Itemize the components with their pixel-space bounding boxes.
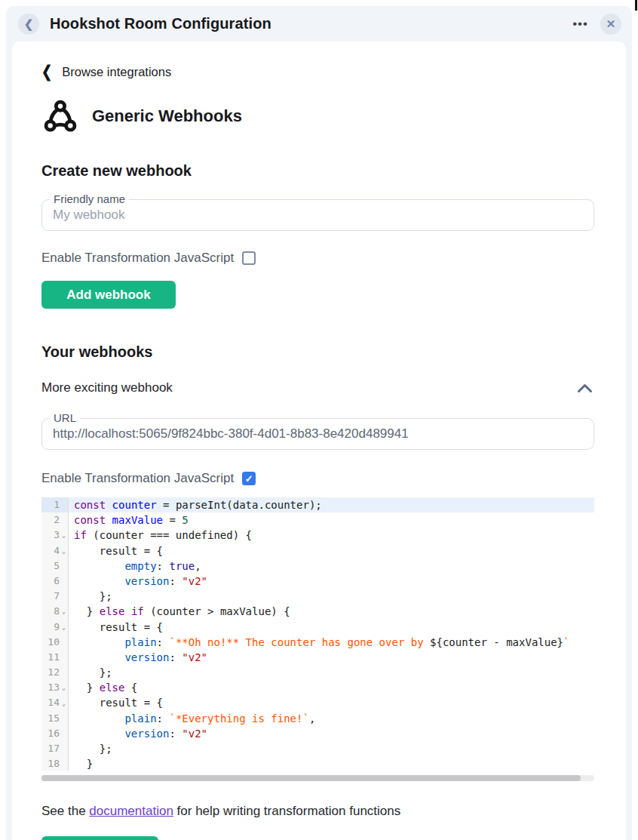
code-line[interactable]: 10 plain: `**Oh no!** The counter has go… — [41, 635, 594, 650]
webhook-name: More exciting webhook — [41, 380, 173, 395]
add-webhook-button[interactable]: Add webhook — [41, 281, 176, 309]
integration-header: Generic Webhooks — [41, 97, 594, 135]
transform-checkbox-checked[interactable]: ✓ — [242, 472, 256, 485]
line-number: 1 — [54, 497, 60, 512]
line-number-gutter: 5 — [41, 558, 69, 574]
code-line[interactable]: 3⌄if (counter === undefined) { — [41, 528, 594, 543]
fold-arrow-icon[interactable]: ⌄ — [60, 543, 68, 558]
line-number-gutter: 8⌄ — [41, 604, 69, 619]
line-number-gutter: 2 — [41, 512, 69, 528]
transform-label: Enable Transformation JavaScript — [41, 251, 234, 266]
line-number-gutter: 1 — [41, 497, 69, 512]
line-number-gutter: 14⌄ — [41, 695, 69, 710]
code-line-text: const counter = parseInt(data.counter); — [69, 497, 594, 512]
code-line[interactable]: 15 plain: `*Everything is fine!`, — [41, 711, 594, 726]
dialog-title: Hookshot Room Configuration — [50, 15, 571, 32]
footer-buttons: Save Remove webhook — [41, 836, 594, 840]
line-number: 7 — [54, 589, 60, 604]
code-editor[interactable]: 1const counter = parseInt(data.counter);… — [41, 497, 594, 771]
fold-arrow-icon[interactable]: ⌄ — [60, 620, 68, 635]
code-line[interactable]: 6 version: "v2" — [41, 574, 594, 589]
line-number-gutter: 17 — [41, 741, 69, 756]
code-line-text: empty: true, — [69, 558, 594, 574]
code-line[interactable]: 5 empty: true, — [41, 558, 594, 574]
chevron-left-icon: ❮ — [41, 62, 52, 82]
friendly-name-input[interactable] — [42, 208, 594, 223]
code-line-text: }; — [69, 665, 594, 680]
line-number-gutter: 4⌄ — [41, 543, 69, 558]
code-line-text: version: "v2" — [69, 574, 594, 589]
your-webhooks-heading: Your webhooks — [41, 343, 594, 361]
code-line[interactable]: 9⌄ result = { — [41, 620, 594, 635]
documentation-link[interactable]: documentation — [89, 804, 173, 818]
code-line[interactable]: 12 }; — [41, 665, 594, 680]
line-number: 11 — [48, 650, 60, 665]
dialog-header: ❮ Hookshot Room Configuration ••• ✕ — [6, 6, 632, 42]
close-button[interactable]: ✕ — [600, 14, 621, 35]
line-number: 14 — [48, 695, 60, 710]
code-line-text: result = { — [69, 543, 594, 558]
line-number: 5 — [54, 558, 60, 574]
line-number: 12 — [48, 665, 60, 680]
code-line[interactable]: 2const maxValue = 5 — [41, 512, 594, 528]
help-prefix: See the — [41, 804, 89, 818]
code-line[interactable]: 11 version: "v2" — [41, 650, 594, 665]
line-number-gutter: 12 — [41, 665, 69, 680]
horizontal-scrollbar[interactable] — [41, 775, 594, 781]
scrollbar-thumb[interactable] — [41, 775, 581, 781]
line-number: 4 — [54, 543, 60, 558]
code-line[interactable]: 4⌄ result = { — [41, 543, 594, 558]
save-button[interactable]: Save — [41, 836, 158, 840]
line-number-gutter: 10 — [41, 635, 69, 650]
code-line[interactable]: 1const counter = parseInt(data.counter); — [41, 497, 594, 512]
line-number-gutter: 18 — [41, 756, 69, 771]
ellipsis-icon: ••• — [572, 17, 588, 31]
line-number: 8 — [54, 604, 60, 619]
code-line-text: version: "v2" — [69, 650, 594, 665]
overflow-menu-button[interactable]: ••• — [571, 17, 590, 31]
url-label: URL — [50, 411, 80, 424]
content-card: ❮ Browse integrations Generic Webhooks C… — [12, 42, 626, 840]
back-button[interactable]: ❮ — [18, 14, 39, 35]
code-line[interactable]: 14⌄ result = { — [41, 695, 594, 710]
line-number-gutter: 15 — [41, 711, 69, 726]
webhook-transform-toggle-row: Enable Transformation JavaScript ✓ — [41, 471, 594, 486]
transform-label: Enable Transformation JavaScript — [41, 471, 234, 486]
fold-arrow-icon[interactable]: ⌄ — [60, 696, 68, 711]
line-number: 17 — [48, 741, 60, 756]
line-number-gutter: 16 — [41, 726, 69, 741]
code-line-text: version: "v2" — [69, 726, 594, 741]
code-line[interactable]: 18 } — [41, 756, 594, 771]
code-line[interactable]: 17 }; — [41, 741, 594, 756]
friendly-name-label: Friendly name — [50, 192, 129, 205]
url-input[interactable] — [42, 426, 594, 442]
transform-checkbox[interactable] — [242, 251, 256, 265]
fold-arrow-icon[interactable]: ⌄ — [60, 604, 68, 619]
fold-arrow-icon[interactable]: ⌄ — [60, 680, 68, 695]
caret-artifact — [635, 0, 637, 11]
browse-integrations-link[interactable]: ❮ Browse integrations — [41, 64, 594, 80]
line-number: 10 — [48, 635, 60, 650]
browse-integrations-label: Browse integrations — [62, 65, 171, 79]
code-editor-lines: 1const counter = parseInt(data.counter);… — [41, 497, 594, 771]
line-number: 15 — [48, 711, 60, 726]
url-field: URL — [41, 418, 594, 450]
code-line[interactable]: 16 version: "v2" — [41, 726, 594, 741]
code-line-text: plain: `*Everything is fine!`, — [69, 711, 594, 726]
fold-arrow-icon[interactable]: ⌄ — [60, 528, 68, 543]
transform-toggle-row: Enable Transformation JavaScript — [41, 251, 594, 266]
code-line[interactable]: 7 }; — [41, 589, 594, 604]
collapse-webhook-button[interactable] — [575, 382, 594, 395]
webhook-list-item[interactable]: More exciting webhook — [41, 380, 594, 395]
webhooks-icon — [41, 97, 79, 135]
line-number-gutter: 6 — [41, 574, 69, 589]
code-line-text: result = { — [69, 620, 594, 635]
hookshot-dialog: ❮ Hookshot Room Configuration ••• ✕ ❮ Br… — [6, 6, 632, 840]
code-line-text: plain: `**Oh no!** The counter has gone … — [69, 635, 594, 650]
help-suffix: for help writing transformation function… — [173, 804, 400, 818]
create-webhook-heading: Create new webhook — [41, 162, 594, 180]
code-line[interactable]: 8⌄ } else if (counter > maxValue) { — [41, 604, 594, 619]
code-line[interactable]: 13⌄ } else { — [41, 680, 594, 695]
close-icon: ✕ — [606, 17, 616, 31]
line-number: 16 — [48, 726, 60, 741]
